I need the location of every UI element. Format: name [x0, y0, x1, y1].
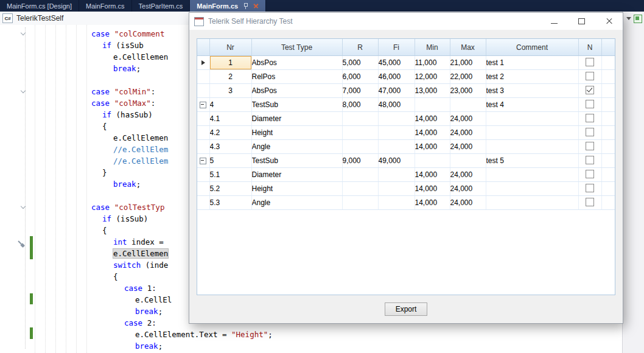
cell-check[interactable]: [578, 84, 601, 98]
cell-check[interactable]: [578, 112, 601, 126]
cell-fi[interactable]: [378, 140, 415, 154]
collapse-icon[interactable]: [200, 102, 206, 108]
cell-min[interactable]: 14,000: [415, 196, 450, 210]
row-checkbox[interactable]: [586, 170, 594, 178]
cell-max[interactable]: 23,000: [450, 84, 486, 98]
column-header-nr[interactable]: Nr: [209, 39, 251, 56]
cell-type[interactable]: TestSub: [251, 98, 342, 112]
cell-nr[interactable]: 5.2: [209, 182, 251, 196]
cell-type[interactable]: RelPos: [251, 70, 342, 84]
column-header-comment[interactable]: Comment: [486, 39, 578, 56]
cell-r[interactable]: 6,000: [342, 70, 378, 84]
cell-max[interactable]: 24,000: [450, 196, 486, 210]
row-checkbox[interactable]: [586, 156, 594, 164]
cell-fi[interactable]: [378, 182, 415, 196]
cell-fi[interactable]: [378, 112, 415, 126]
cell-max[interactable]: 21,000: [450, 56, 486, 70]
cell-type[interactable]: Angle: [251, 196, 342, 210]
grid-row[interactable]: 3AbsPos7,00047,00013,00023,000test 3: [197, 84, 615, 98]
cell-max[interactable]: 24,000: [450, 112, 486, 126]
cell-check[interactable]: [578, 126, 601, 140]
row-checkbox[interactable]: [586, 128, 594, 136]
cell-fi[interactable]: 45,000: [378, 56, 415, 70]
cell-max[interactable]: 24,000: [450, 140, 486, 154]
cell-comment[interactable]: test 5: [486, 154, 578, 168]
cell-nr[interactable]: 5: [209, 154, 251, 168]
cell-type[interactable]: Height: [251, 182, 342, 196]
grid-row[interactable]: 5TestSub9,00049,000test 5: [197, 154, 615, 168]
cell-check[interactable]: [578, 56, 601, 70]
column-header-fi[interactable]: Fi: [378, 39, 415, 56]
grid-row[interactable]: 4TestSub8,00048,000test 4: [197, 98, 615, 112]
row-checkbox[interactable]: [586, 58, 594, 66]
cell-max[interactable]: 24,000: [450, 168, 486, 182]
cell-max[interactable]: 24,000: [450, 126, 486, 140]
cell-nr[interactable]: 5.1: [209, 168, 251, 182]
cell-min[interactable]: 14,000: [415, 140, 450, 154]
cell-max[interactable]: 24,000: [450, 182, 486, 196]
row-checkbox[interactable]: [586, 100, 594, 108]
collapse-icon[interactable]: [200, 158, 206, 164]
cell-nr[interactable]: 1: [209, 56, 251, 70]
cell-check[interactable]: [578, 196, 601, 210]
grid-row[interactable]: 4.2Height14,00024,000: [197, 126, 615, 140]
tab-close-icon[interactable]: [253, 3, 259, 9]
cell-min[interactable]: [415, 154, 450, 168]
cell-comment[interactable]: [486, 168, 578, 182]
cell-check[interactable]: [578, 168, 601, 182]
cell-min[interactable]: [415, 98, 450, 112]
cell-r[interactable]: 8,000: [342, 98, 378, 112]
cell-comment[interactable]: test 2: [486, 70, 578, 84]
cell-comment[interactable]: test 4: [486, 98, 578, 112]
tab-mainform-cs[interactable]: MainForm.cs: [79, 0, 132, 12]
cell-nr[interactable]: 2: [209, 70, 251, 84]
cell-type[interactable]: AbsPos: [251, 56, 342, 70]
grid-row[interactable]: 4.1Diameter14,00024,000: [197, 112, 615, 126]
cell-min[interactable]: 14,000: [415, 168, 450, 182]
cell-min[interactable]: 11,000: [415, 56, 450, 70]
dialog-title-bar[interactable]: Telerik Self Hierarchy Test: [189, 13, 623, 30]
cell-nr[interactable]: 5.3: [209, 196, 251, 210]
grid-row[interactable]: 5.3Angle14,00024,000: [197, 196, 615, 210]
grid-row[interactable]: 2RelPos6,00046,00012,00022,000test 2: [197, 70, 615, 84]
cell-nr[interactable]: 3: [209, 84, 251, 98]
grid-row[interactable]: 1AbsPos5,00045,00011,00021,000test 1: [197, 56, 615, 70]
cell-fi[interactable]: 46,000: [378, 70, 415, 84]
cell-type[interactable]: Diameter: [251, 168, 342, 182]
cell-nr[interactable]: 4: [209, 98, 251, 112]
cell-r[interactable]: [342, 182, 378, 196]
maximize-button[interactable]: [568, 13, 595, 30]
cell-type[interactable]: AbsPos: [251, 84, 342, 98]
cell-min[interactable]: 14,000: [415, 112, 450, 126]
cell-min[interactable]: 14,000: [415, 126, 450, 140]
row-checkbox[interactable]: [586, 114, 594, 122]
cell-r[interactable]: [342, 168, 378, 182]
cell-check[interactable]: [578, 98, 601, 112]
row-checkbox[interactable]: [586, 142, 594, 150]
chevron-down-icon[interactable]: [626, 17, 631, 20]
grid-row[interactable]: 5.2Height14,00024,000: [197, 182, 615, 196]
cell-r[interactable]: [342, 112, 378, 126]
cell-max[interactable]: 22,000: [450, 70, 486, 84]
cell-fi[interactable]: 48,000: [378, 98, 415, 112]
cell-comment[interactable]: [486, 126, 578, 140]
cell-min[interactable]: 13,000: [415, 84, 450, 98]
cell-fi[interactable]: [378, 126, 415, 140]
hierarchy-grid[interactable]: NrTest TypeRFiMinMaxCommentN1AbsPos5,000…: [197, 38, 615, 295]
grid-row[interactable]: 4.3Angle14,00024,000: [197, 140, 615, 154]
cell-type[interactable]: Angle: [251, 140, 342, 154]
column-header-r[interactable]: R: [342, 39, 378, 56]
cell-r[interactable]: [342, 140, 378, 154]
cell-comment[interactable]: [486, 196, 578, 210]
cell-min[interactable]: 12,000: [415, 70, 450, 84]
cell-nr[interactable]: 4.2: [209, 126, 251, 140]
column-header-test-type[interactable]: Test Type: [251, 39, 342, 56]
cell-min[interactable]: 14,000: [415, 182, 450, 196]
cell-comment[interactable]: [486, 182, 578, 196]
row-checkbox[interactable]: [586, 198, 594, 206]
tab-mainform-cs[interactable]: MainForm.cs: [190, 0, 266, 12]
cell-max[interactable]: [450, 154, 486, 168]
cell-r[interactable]: 5,000: [342, 56, 378, 70]
cell-check[interactable]: [578, 182, 601, 196]
tab-mainform-cs-design-[interactable]: MainForm.cs [Design]: [0, 0, 79, 12]
